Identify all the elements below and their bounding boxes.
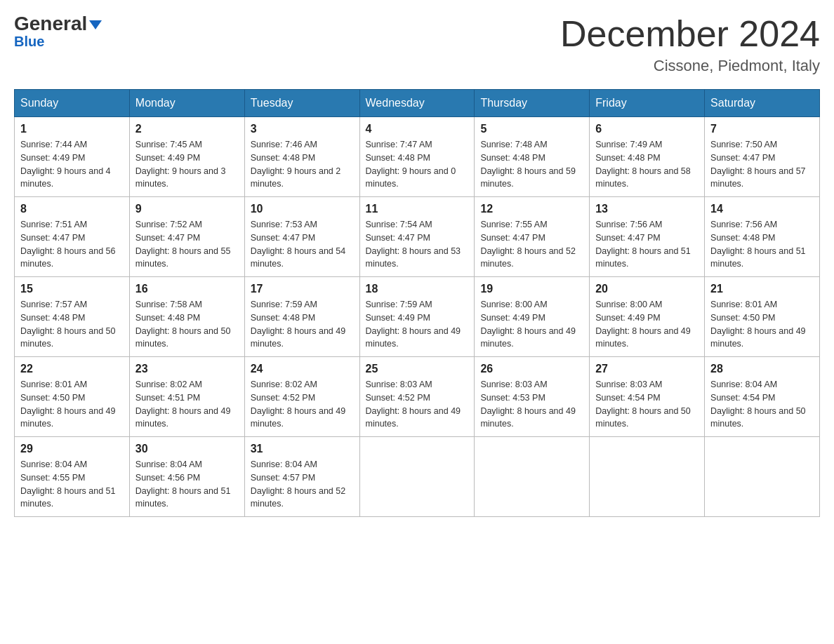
day-info: Sunrise: 8:01 AMSunset: 4:50 PMDaylight:… (710, 298, 814, 351)
col-thursday: Thursday (475, 90, 590, 117)
day-info: Sunrise: 7:44 AMSunset: 4:49 PMDaylight:… (20, 138, 124, 191)
day-info: Sunrise: 8:04 AMSunset: 4:55 PMDaylight:… (20, 458, 124, 511)
logo: General Blue (14, 14, 102, 50)
table-row: 6 Sunrise: 7:49 AMSunset: 4:48 PMDayligh… (590, 117, 705, 197)
day-number: 29 (20, 443, 124, 455)
day-number: 21 (710, 283, 814, 295)
day-number: 20 (595, 283, 699, 295)
day-number: 28 (710, 363, 814, 375)
calendar-header-row: Sunday Monday Tuesday Wednesday Thursday… (15, 90, 820, 117)
day-info: Sunrise: 7:56 AMSunset: 4:47 PMDaylight:… (595, 218, 699, 271)
day-number: 5 (480, 123, 583, 135)
day-number: 4 (366, 123, 469, 135)
day-number: 16 (135, 283, 239, 295)
day-info: Sunrise: 8:01 AMSunset: 4:50 PMDaylight:… (20, 378, 124, 431)
table-row (475, 437, 590, 517)
table-row: 24 Sunrise: 8:02 AMSunset: 4:52 PMDaylig… (244, 357, 359, 437)
table-row: 27 Sunrise: 8:03 AMSunset: 4:54 PMDaylig… (590, 357, 705, 437)
day-number: 3 (251, 123, 354, 135)
day-info: Sunrise: 7:47 AMSunset: 4:48 PMDaylight:… (366, 138, 469, 191)
day-info: Sunrise: 7:58 AMSunset: 4:48 PMDaylight:… (135, 298, 239, 351)
day-info: Sunrise: 8:02 AMSunset: 4:51 PMDaylight:… (135, 378, 239, 431)
table-row: 7 Sunrise: 7:50 AMSunset: 4:47 PMDayligh… (705, 117, 820, 197)
col-friday: Friday (590, 90, 705, 117)
day-info: Sunrise: 7:54 AMSunset: 4:47 PMDaylight:… (366, 218, 469, 271)
day-number: 25 (366, 363, 469, 375)
day-number: 7 (710, 123, 814, 135)
day-number: 27 (595, 363, 699, 375)
table-row: 25 Sunrise: 8:03 AMSunset: 4:52 PMDaylig… (359, 357, 475, 437)
col-wednesday: Wednesday (359, 90, 475, 117)
day-info: Sunrise: 7:53 AMSunset: 4:47 PMDaylight:… (251, 218, 354, 271)
day-info: Sunrise: 8:03 AMSunset: 4:52 PMDaylight:… (366, 378, 469, 431)
day-info: Sunrise: 7:52 AMSunset: 4:47 PMDaylight:… (135, 218, 239, 271)
col-tuesday: Tuesday (244, 90, 359, 117)
table-row: 20 Sunrise: 8:00 AMSunset: 4:49 PMDaylig… (590, 277, 705, 357)
day-info: Sunrise: 7:59 AMSunset: 4:49 PMDaylight:… (366, 298, 469, 351)
table-row: 29 Sunrise: 8:04 AMSunset: 4:55 PMDaylig… (15, 437, 130, 517)
col-saturday: Saturday (705, 90, 820, 117)
day-info: Sunrise: 7:48 AMSunset: 4:48 PMDaylight:… (480, 138, 583, 191)
table-row: 30 Sunrise: 8:04 AMSunset: 4:56 PMDaylig… (129, 437, 244, 517)
day-info: Sunrise: 7:49 AMSunset: 4:48 PMDaylight:… (595, 138, 699, 191)
logo-general-text: General (14, 14, 87, 34)
day-number: 31 (251, 443, 354, 455)
table-row: 28 Sunrise: 8:04 AMSunset: 4:54 PMDaylig… (705, 357, 820, 437)
table-row: 15 Sunrise: 7:57 AMSunset: 4:48 PMDaylig… (15, 277, 130, 357)
table-row: 16 Sunrise: 7:58 AMSunset: 4:48 PMDaylig… (129, 277, 244, 357)
day-info: Sunrise: 8:00 AMSunset: 4:49 PMDaylight:… (595, 298, 699, 351)
location-subtitle: Cissone, Piedmont, Italy (560, 57, 820, 75)
day-info: Sunrise: 8:03 AMSunset: 4:54 PMDaylight:… (595, 378, 699, 431)
page-header: General Blue December 2024 Cissone, Pied… (14, 14, 820, 75)
day-info: Sunrise: 7:55 AMSunset: 4:47 PMDaylight:… (480, 218, 583, 271)
table-row: 18 Sunrise: 7:59 AMSunset: 4:49 PMDaylig… (359, 277, 475, 357)
table-row: 22 Sunrise: 8:01 AMSunset: 4:50 PMDaylig… (15, 357, 130, 437)
table-row: 17 Sunrise: 7:59 AMSunset: 4:48 PMDaylig… (244, 277, 359, 357)
day-info: Sunrise: 7:46 AMSunset: 4:48 PMDaylight:… (251, 138, 354, 191)
table-row: 4 Sunrise: 7:47 AMSunset: 4:48 PMDayligh… (359, 117, 475, 197)
calendar-week-3: 15 Sunrise: 7:57 AMSunset: 4:48 PMDaylig… (15, 277, 820, 357)
day-number: 24 (251, 363, 354, 375)
month-title: December 2024 (560, 14, 820, 54)
day-number: 15 (20, 283, 124, 295)
table-row (359, 437, 475, 517)
day-number: 1 (20, 123, 124, 135)
calendar-week-5: 29 Sunrise: 8:04 AMSunset: 4:55 PMDaylig… (15, 437, 820, 517)
table-row: 5 Sunrise: 7:48 AMSunset: 4:48 PMDayligh… (475, 117, 590, 197)
title-area: December 2024 Cissone, Piedmont, Italy (560, 14, 820, 75)
day-number: 14 (710, 203, 814, 215)
day-info: Sunrise: 7:56 AMSunset: 4:48 PMDaylight:… (710, 218, 814, 271)
day-number: 19 (480, 283, 583, 295)
table-row: 10 Sunrise: 7:53 AMSunset: 4:47 PMDaylig… (244, 197, 359, 277)
table-row: 19 Sunrise: 8:00 AMSunset: 4:49 PMDaylig… (475, 277, 590, 357)
table-row: 3 Sunrise: 7:46 AMSunset: 4:48 PMDayligh… (244, 117, 359, 197)
day-number: 30 (135, 443, 239, 455)
day-number: 18 (366, 283, 469, 295)
day-info: Sunrise: 7:50 AMSunset: 4:47 PMDaylight:… (710, 138, 814, 191)
day-info: Sunrise: 8:00 AMSunset: 4:49 PMDaylight:… (480, 298, 583, 351)
day-info: Sunrise: 8:04 AMSunset: 4:56 PMDaylight:… (135, 458, 239, 511)
day-info: Sunrise: 8:02 AMSunset: 4:52 PMDaylight:… (251, 378, 354, 431)
calendar-week-1: 1 Sunrise: 7:44 AMSunset: 4:49 PMDayligh… (15, 117, 820, 197)
day-info: Sunrise: 8:04 AMSunset: 4:54 PMDaylight:… (710, 378, 814, 431)
day-number: 11 (366, 203, 469, 215)
day-number: 12 (480, 203, 583, 215)
table-row: 1 Sunrise: 7:44 AMSunset: 4:49 PMDayligh… (15, 117, 130, 197)
table-row: 31 Sunrise: 8:04 AMSunset: 4:57 PMDaylig… (244, 437, 359, 517)
day-number: 26 (480, 363, 583, 375)
day-info: Sunrise: 7:59 AMSunset: 4:48 PMDaylight:… (251, 298, 354, 351)
day-info: Sunrise: 8:04 AMSunset: 4:57 PMDaylight:… (251, 458, 354, 511)
table-row: 11 Sunrise: 7:54 AMSunset: 4:47 PMDaylig… (359, 197, 475, 277)
table-row: 2 Sunrise: 7:45 AMSunset: 4:49 PMDayligh… (129, 117, 244, 197)
day-number: 10 (251, 203, 354, 215)
table-row (705, 437, 820, 517)
day-number: 23 (135, 363, 239, 375)
day-number: 6 (595, 123, 699, 135)
day-number: 2 (135, 123, 239, 135)
logo-blue-text: Blue (14, 34, 44, 50)
day-number: 13 (595, 203, 699, 215)
day-number: 8 (20, 203, 124, 215)
day-number: 9 (135, 203, 239, 215)
col-monday: Monday (129, 90, 244, 117)
day-info: Sunrise: 7:57 AMSunset: 4:48 PMDaylight:… (20, 298, 124, 351)
